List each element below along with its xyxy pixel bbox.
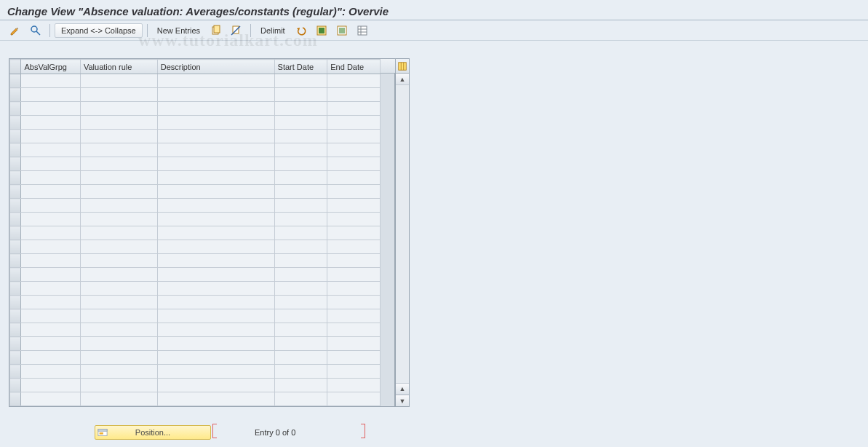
col-header-start-date[interactable]: Start Date — [274, 60, 327, 74]
cell[interactable] — [274, 213, 327, 226]
cell[interactable] — [157, 365, 274, 379]
cell[interactable] — [274, 157, 327, 171]
row-selector[interactable] — [10, 282, 21, 296]
cell[interactable] — [157, 254, 274, 268]
cell[interactable] — [21, 116, 81, 130]
cell[interactable] — [157, 130, 274, 143]
cell[interactable] — [21, 213, 81, 226]
cell[interactable] — [327, 268, 381, 282]
row-selector[interactable] — [10, 296, 21, 309]
cell[interactable] — [21, 226, 81, 240]
cell[interactable] — [274, 392, 327, 406]
cell[interactable] — [157, 102, 274, 116]
row-selector[interactable] — [10, 171, 21, 185]
row-selector[interactable] — [10, 102, 21, 116]
cell[interactable] — [157, 213, 274, 226]
cell[interactable] — [21, 171, 81, 185]
cell[interactable] — [21, 296, 81, 309]
cell[interactable] — [327, 323, 381, 337]
cell[interactable] — [157, 157, 274, 171]
cell[interactable] — [157, 282, 274, 296]
cell[interactable] — [327, 185, 381, 199]
cell[interactable] — [327, 240, 381, 254]
cell[interactable] — [327, 199, 381, 213]
cell[interactable] — [327, 143, 381, 157]
row-selector[interactable] — [10, 74, 21, 88]
cell[interactable] — [80, 74, 157, 88]
scroll-track[interactable] — [396, 85, 409, 383]
cell[interactable] — [327, 296, 381, 309]
cell[interactable] — [274, 323, 327, 337]
cell[interactable] — [80, 171, 157, 185]
cell[interactable] — [157, 268, 274, 282]
cell[interactable] — [274, 185, 327, 199]
cell[interactable] — [274, 379, 327, 392]
cell[interactable] — [157, 296, 274, 309]
cell[interactable] — [80, 116, 157, 130]
cell[interactable] — [21, 351, 81, 365]
row-selector[interactable] — [10, 392, 21, 406]
row-selector[interactable] — [10, 226, 21, 240]
delimit-button[interactable]: Delimit — [255, 23, 290, 38]
cell[interactable] — [274, 199, 327, 213]
cell[interactable] — [157, 199, 274, 213]
cell[interactable] — [327, 226, 381, 240]
cell[interactable] — [21, 185, 81, 199]
cell[interactable] — [274, 268, 327, 282]
undo-button[interactable] — [292, 23, 311, 38]
cell[interactable] — [327, 116, 381, 130]
cell[interactable] — [327, 309, 381, 323]
cell[interactable] — [80, 365, 157, 379]
cell[interactable] — [80, 379, 157, 392]
cell[interactable] — [327, 171, 381, 185]
cell[interactable] — [157, 171, 274, 185]
cell[interactable] — [21, 282, 81, 296]
column-configuration-button[interactable] — [395, 58, 410, 74]
cell[interactable] — [274, 116, 327, 130]
cell[interactable] — [80, 226, 157, 240]
deselect-all-button[interactable] — [333, 23, 351, 38]
col-header-description[interactable]: Description — [157, 60, 274, 74]
row-selector[interactable] — [10, 130, 21, 143]
cell[interactable] — [21, 365, 81, 379]
cell[interactable] — [21, 379, 81, 392]
col-header-valuation-rule[interactable]: Valuation rule — [80, 60, 157, 74]
cell[interactable] — [274, 337, 327, 351]
table-settings-button[interactable] — [353, 23, 372, 38]
cell[interactable] — [80, 282, 157, 296]
cell[interactable] — [157, 74, 274, 88]
position-button[interactable]: Position... — [95, 425, 211, 440]
row-selector[interactable] — [10, 268, 21, 282]
cell[interactable] — [80, 296, 157, 309]
cell[interactable] — [80, 351, 157, 365]
cell[interactable] — [274, 143, 327, 157]
scroll-down-button[interactable]: ▼ — [396, 395, 409, 406]
cell[interactable] — [21, 337, 81, 351]
cell[interactable] — [80, 130, 157, 143]
cell[interactable] — [157, 351, 274, 365]
cell[interactable] — [274, 171, 327, 185]
cell[interactable] — [21, 199, 81, 213]
col-header-absvalgrpg[interactable]: AbsValGrpg — [21, 60, 81, 74]
cell[interactable] — [274, 365, 327, 379]
cell[interactable] — [21, 309, 81, 323]
cell[interactable] — [327, 337, 381, 351]
row-selector[interactable] — [10, 365, 21, 379]
select-all-button[interactable] — [312, 23, 331, 38]
cell[interactable] — [21, 130, 81, 143]
cell[interactable] — [327, 392, 381, 406]
row-selector[interactable] — [10, 185, 21, 199]
row-selector[interactable] — [10, 323, 21, 337]
cell[interactable] — [80, 309, 157, 323]
cell[interactable] — [80, 88, 157, 102]
row-selector[interactable] — [10, 213, 21, 226]
vertical-scrollbar[interactable]: ▲ ▲ ▼ — [395, 74, 410, 407]
cell[interactable] — [327, 365, 381, 379]
cell[interactable] — [80, 323, 157, 337]
new-entries-button[interactable]: New Entries — [152, 23, 205, 38]
cell[interactable] — [157, 392, 274, 406]
cell[interactable] — [80, 157, 157, 171]
cell[interactable] — [327, 88, 381, 102]
cell[interactable] — [21, 323, 81, 337]
row-selector-header[interactable] — [10, 60, 21, 74]
